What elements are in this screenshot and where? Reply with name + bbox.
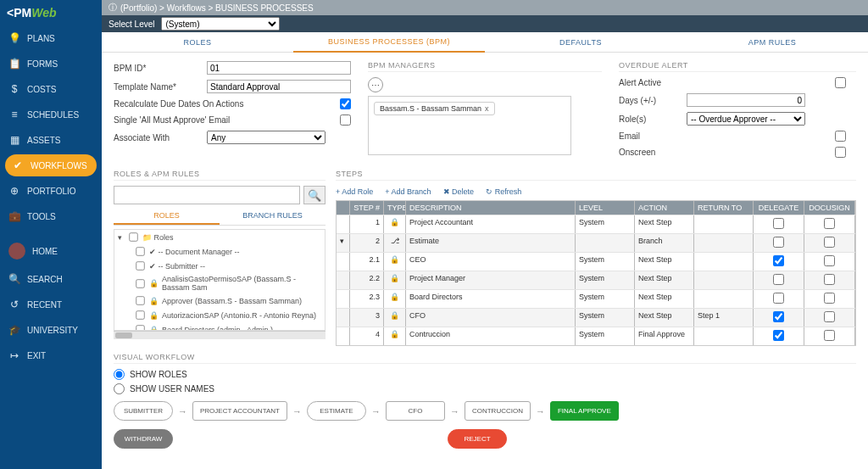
show-roles-radio[interactable] xyxy=(114,369,125,380)
nav-icon: 🎓 xyxy=(8,324,20,336)
tree-node[interactable]: 🔒Board Directors (admin - Admin ) xyxy=(114,322,325,331)
associate-select[interactable]: Any xyxy=(207,131,326,144)
roles-tree[interactable]: ▾📁 Roles✔ -- Document Manager --✔ -- Sub… xyxy=(114,229,326,331)
node-project-accountant[interactable]: PROJECT ACCOUNTANT xyxy=(192,401,287,421)
overdue-title: OVERDUE ALERT xyxy=(619,61,856,72)
arrow-icon: → xyxy=(292,406,302,416)
search-icon: 🔍 xyxy=(308,189,321,202)
node-cfo[interactable]: CFO xyxy=(386,401,445,421)
lock-icon: 🔒 xyxy=(149,279,159,288)
tree-node[interactable]: ✔ -- Submitter -- xyxy=(114,259,325,273)
node-contruccion[interactable]: CONTRUCCION xyxy=(465,401,531,421)
grid-row[interactable]: ▾2⎇EstimateBranch xyxy=(337,233,855,252)
bpm-ellipsis-button[interactable]: ⋯ xyxy=(368,77,383,92)
sidebar-item-plans[interactable]: 💡PLANS xyxy=(0,25,102,51)
docusign-checkbox[interactable] xyxy=(824,330,835,341)
tree-node[interactable]: 🔒Approver (Bassam.S - Bassam Samman) xyxy=(114,293,325,308)
grid-row[interactable]: 1🔒Project AccountantSystemNext Step xyxy=(337,215,855,233)
tree-scrollbar[interactable] xyxy=(114,331,326,339)
workflow-diagram: SUBMITTER → PROJECT ACCOUNTANT → ESTIMAT… xyxy=(114,401,856,421)
sidebar-item-tools[interactable]: 💼TOOLS xyxy=(0,204,102,229)
remove-chip-icon[interactable]: x xyxy=(485,104,489,113)
sidebar-item-forms[interactable]: 📋FORMS xyxy=(0,51,102,76)
delete-button[interactable]: ✖ Delete xyxy=(443,187,475,196)
tab-apm-rules[interactable]: APM RULES xyxy=(676,33,868,52)
sidebar-item-schedules[interactable]: ≡SCHEDULES xyxy=(0,102,102,127)
docusign-checkbox[interactable] xyxy=(824,237,835,248)
avatar xyxy=(8,243,25,260)
node-final-approve[interactable]: FINAL APPROVE xyxy=(550,401,619,421)
tab-roles[interactable]: ROLES xyxy=(102,33,293,52)
delegate-checkbox[interactable] xyxy=(773,218,784,229)
sidebar-item-costs[interactable]: $COSTS xyxy=(0,76,102,102)
node-withdraw[interactable]: WITHDRAW xyxy=(114,429,173,449)
docusign-checkbox[interactable] xyxy=(824,311,835,322)
node-reject[interactable]: REJECT xyxy=(448,429,507,449)
subtab-roles[interactable]: ROLES xyxy=(114,208,220,225)
docusign-checkbox[interactable] xyxy=(824,293,835,304)
bpm-id-input[interactable] xyxy=(207,61,351,75)
delegate-checkbox[interactable] xyxy=(773,293,784,304)
roles-search-input[interactable] xyxy=(114,186,300,204)
grid-row[interactable]: 4🔒ContruccionSystemFinal Approve xyxy=(337,327,855,345)
tree-node[interactable]: ▾📁 Roles xyxy=(114,230,325,244)
arrow-icon: → xyxy=(178,406,187,416)
grid-row[interactable]: 3🔒CFOSystemNext StepStep 1 xyxy=(337,308,855,327)
delegate-checkbox[interactable] xyxy=(773,255,784,266)
recalc-checkbox[interactable] xyxy=(340,98,351,109)
overdue-onscreen-checkbox[interactable] xyxy=(835,147,846,158)
tree-node[interactable]: 🔒AnalisisGastoPermisoSAP (Bassam.S - Bas… xyxy=(114,273,325,293)
sidebar-item-recent[interactable]: ↺RECENT xyxy=(0,292,102,317)
lock-icon: 🔒 xyxy=(149,311,159,320)
add-role-button[interactable]: + Add Role xyxy=(336,187,373,196)
delegate-checkbox[interactable] xyxy=(773,274,784,285)
delegate-checkbox[interactable] xyxy=(773,330,784,341)
single-email-checkbox[interactable] xyxy=(340,114,351,126)
lock-icon: 🔒 xyxy=(149,297,159,305)
sidebar-item-university[interactable]: 🎓UNIVERSITY xyxy=(0,317,102,343)
manager-chip: Bassam.S - Bassam Sammanx xyxy=(374,102,495,115)
level-select[interactable]: (System) xyxy=(161,17,280,31)
docusign-checkbox[interactable] xyxy=(824,218,835,229)
search-button[interactable]: 🔍 xyxy=(303,186,326,204)
show-users-radio[interactable] xyxy=(114,383,125,394)
lock-icon: 🔒 xyxy=(390,274,399,282)
sidebar-item-search[interactable]: 🔍SEARCH xyxy=(0,266,102,292)
lock-icon: 🔒 xyxy=(390,293,399,301)
tab-business-processes-bpm-[interactable]: BUSINESS PROCESSES (BPM) xyxy=(293,32,485,53)
level-bar: Select Level (System) xyxy=(102,15,868,32)
sidebar-item-portfolio[interactable]: ⊕PORTFOLIO xyxy=(0,178,102,204)
grid-row[interactable]: 2.2🔒Project ManagerSystemNext Step xyxy=(337,271,855,289)
node-submitter[interactable]: SUBMITTER xyxy=(114,401,173,421)
form-column: BPM ID* Template Name* Recalculate Due D… xyxy=(114,61,351,163)
subtab-branch-rules[interactable]: BRANCH RULES xyxy=(220,208,326,225)
add-branch-button[interactable]: + Add Branch xyxy=(385,187,431,196)
grid-row[interactable]: 2.3🔒Board DirectorsSystemNext Step xyxy=(337,289,855,308)
arrow-icon: → xyxy=(450,406,459,416)
days-input[interactable] xyxy=(687,93,805,107)
visual-workflow-panel: VISUAL WORKFLOW SHOW ROLES SHOW USER NAM… xyxy=(114,353,856,449)
tree-node[interactable]: 🔒AutorizacionSAP (Antonio.R - Antonio Re… xyxy=(114,308,325,322)
tab-defaults[interactable]: DEFAULTS xyxy=(485,33,676,52)
bpm-managers-box: Bassam.S - Bassam Sammanx xyxy=(368,96,571,155)
overdue-email-checkbox[interactable] xyxy=(835,131,846,142)
alert-active-checkbox[interactable] xyxy=(835,77,846,88)
docusign-checkbox[interactable] xyxy=(824,255,835,266)
lock-icon: 🔒 xyxy=(390,311,399,320)
sidebar-item-workflows[interactable]: ✔WORKFLOWS xyxy=(5,154,97,176)
template-name-input[interactable] xyxy=(207,80,351,93)
sidebar-item-assets[interactable]: ▦ASSETS xyxy=(0,127,102,153)
lock-icon: 🔒 xyxy=(390,218,399,226)
refresh-button[interactable]: ↻ Refresh xyxy=(486,187,521,196)
info-icon[interactable]: ⓘ xyxy=(108,2,117,14)
docusign-checkbox[interactable] xyxy=(824,274,835,285)
delegate-checkbox[interactable] xyxy=(773,311,784,322)
grid-row[interactable]: 2.1🔒CEOSystemNext Step xyxy=(337,252,855,271)
delegate-checkbox[interactable] xyxy=(773,237,784,248)
node-estimate[interactable]: ESTIMATE xyxy=(307,401,366,421)
tree-node[interactable]: ✔ -- Document Manager -- xyxy=(114,244,325,259)
overdue-roles-select[interactable]: -- Overdue Approver -- xyxy=(687,112,805,126)
sidebar-item-home[interactable]: HOME xyxy=(0,236,102,266)
sidebar-item-exit[interactable]: ↦EXIT xyxy=(0,343,102,368)
nav-icon: ▦ xyxy=(8,134,20,146)
